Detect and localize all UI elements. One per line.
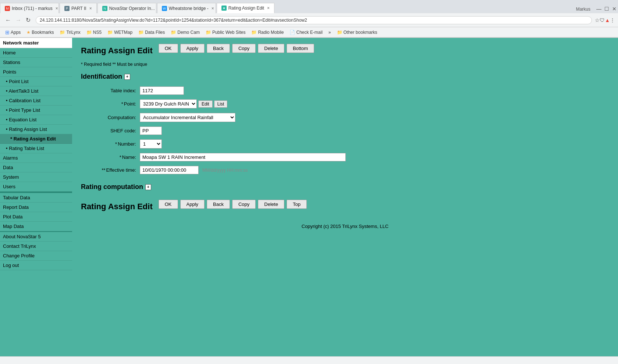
identification-expand-icon[interactable]: + bbox=[124, 74, 130, 80]
tab-gmail[interactable]: M Inbox (711) - markus × bbox=[0, 3, 59, 13]
sidebar-item-pointtypelist[interactable]: • Point Type List bbox=[0, 106, 72, 115]
maximize-btn[interactable]: ☐ bbox=[603, 4, 611, 13]
gmail-icon: M bbox=[5, 6, 10, 11]
shef-code-row: SHEF code: bbox=[81, 126, 609, 135]
effective-time-input[interactable] bbox=[140, 166, 199, 174]
sidebar-item-contact[interactable]: Contact TriLynx bbox=[0, 242, 72, 251]
bookmark-star-icon[interactable]: ☆ bbox=[595, 17, 600, 23]
top-ok-button[interactable]: OK bbox=[159, 44, 178, 53]
tab-partii[interactable]: P PART II × bbox=[60, 3, 97, 13]
point-list-button[interactable]: List bbox=[214, 100, 228, 108]
page-title: Rating Assign Edit bbox=[81, 46, 153, 56]
bm-apps[interactable]: ⊞ Apps bbox=[3, 29, 23, 36]
sidebar-item-about[interactable]: About NovaStar 5 bbox=[0, 232, 72, 242]
sidebar-item-calibrationlist[interactable]: • Calibration List bbox=[0, 96, 72, 106]
forward-nav-btn[interactable]: → bbox=[13, 16, 24, 24]
number-row: *Number: 1 bbox=[81, 139, 609, 149]
sidebar-item-tabulardata[interactable]: Tabular Data bbox=[0, 193, 72, 203]
rating-computation-section: Rating computation + bbox=[81, 183, 609, 191]
sidebar-item-data[interactable]: Data bbox=[0, 163, 72, 172]
sidebar-item-users[interactable]: Users bbox=[0, 182, 72, 192]
bottom-ok-button[interactable]: OK bbox=[159, 200, 178, 209]
sidebar-item-mapdata[interactable]: Map Data bbox=[0, 222, 72, 231]
sidebar-item-home[interactable]: Home bbox=[0, 48, 72, 58]
top-back-button[interactable]: Back bbox=[207, 44, 230, 53]
name-input[interactable] bbox=[140, 153, 346, 161]
otherbookmarks-folder-icon: 📁 bbox=[337, 30, 342, 35]
bm-radiomobile[interactable]: 📁 Radio Mobile bbox=[249, 29, 286, 36]
bottom-top-button[interactable]: Top bbox=[287, 200, 307, 209]
top-apply-button[interactable]: Apply bbox=[180, 44, 205, 53]
sidebar-item-logout[interactable]: Log out bbox=[0, 261, 72, 270]
sidebar-item-alarms[interactable]: Alarms bbox=[0, 153, 72, 163]
sidebar-item-system[interactable]: System bbox=[0, 172, 72, 182]
sidebar-item-points[interactable]: Points bbox=[0, 67, 72, 77]
bookmarks-star-icon: ★ bbox=[26, 30, 31, 35]
table-index-label: Table index: bbox=[81, 88, 140, 93]
tab-gmail-close[interactable]: × bbox=[56, 6, 58, 11]
shef-code-label: SHEF code: bbox=[81, 128, 140, 133]
bottom-back-button[interactable]: Back bbox=[207, 200, 230, 209]
bm-ns5[interactable]: 📁 NS5 bbox=[84, 29, 104, 36]
sidebar-item-changeprofile[interactable]: Change Profile bbox=[0, 251, 72, 261]
bm-bookmarks[interactable]: ★ Bookmarks bbox=[24, 29, 56, 36]
checkemail-icon: 📄 bbox=[290, 30, 295, 35]
top-bottom-button[interactable]: Bottom bbox=[287, 44, 314, 53]
tab-wheatstone[interactable]: W Wheatstone bridge - × bbox=[157, 3, 216, 13]
sidebar-item-alerttalk3list[interactable]: • AlertTalk3 List bbox=[0, 86, 72, 96]
sidebar-title: Network master bbox=[0, 38, 72, 48]
minimize-btn[interactable]: — bbox=[595, 4, 603, 13]
point-select[interactable]: 3239 Dry Gulch RAIN bbox=[140, 99, 197, 108]
bm-datafiles-label: Data Files bbox=[145, 30, 165, 35]
bottom-delete-button[interactable]: Delete bbox=[258, 200, 284, 209]
rating-computation-expand-icon[interactable]: + bbox=[145, 184, 151, 190]
sidebar-item-plotdata[interactable]: Plot Data bbox=[0, 212, 72, 222]
sidebar-item-pointlist[interactable]: • Point List bbox=[0, 77, 72, 86]
tab-ratingassign[interactable]: ★ Rating Assign Edit × bbox=[217, 3, 274, 13]
bm-otherbookmarks[interactable]: 📁 Other bookmarks bbox=[335, 29, 380, 36]
bottom-section: Rating Assign Edit OK Apply Back Copy De… bbox=[81, 200, 609, 235]
menu-icon[interactable]: ⋮ bbox=[610, 17, 615, 23]
bm-radiomobile-label: Radio Mobile bbox=[258, 30, 284, 35]
bm-wetmap[interactable]: 📁 WETMap bbox=[105, 29, 135, 36]
bottom-copy-button[interactable]: Copy bbox=[232, 200, 256, 209]
sidebar-item-ratingassignedit[interactable]: * Rating Assign Edit bbox=[0, 134, 72, 144]
sidebar-item-stations[interactable]: Stations bbox=[0, 58, 72, 67]
main-content: Rating Assign Edit OK Apply Back Copy De… bbox=[72, 38, 618, 356]
browser-chrome: M Inbox (711) - markus × P PART II × N N… bbox=[0, 0, 618, 38]
address-bar[interactable]: 24.120.144.111:8180/NovaStar5/ratingAssi… bbox=[36, 16, 592, 24]
sidebar-item-ratingassignlist[interactable]: • Rating Assign List bbox=[0, 125, 72, 134]
tab-wheatstone-close[interactable]: × bbox=[212, 6, 214, 11]
bm-more[interactable]: » bbox=[326, 29, 333, 36]
bookmarks-bar: ⊞ Apps ★ Bookmarks 📁 TriLynx 📁 NS5 📁 WET… bbox=[0, 27, 618, 38]
shield-icon: 🛡 bbox=[600, 17, 605, 23]
bottom-header: Rating Assign Edit OK Apply Back Copy De… bbox=[81, 200, 609, 215]
bm-wetmap-label: WETMap bbox=[114, 30, 132, 35]
effective-time-hint: MM/dd/yyyy HH:mm:ss bbox=[202, 168, 248, 173]
sidebar-item-equationlist[interactable]: • Equation List bbox=[0, 115, 72, 125]
top-copy-button[interactable]: Copy bbox=[232, 44, 256, 53]
sidebar-item-reportdata[interactable]: Report Data bbox=[0, 203, 72, 212]
tab-partii-close[interactable]: × bbox=[89, 6, 92, 11]
tab-ratingassign-close[interactable]: × bbox=[267, 6, 270, 11]
tab-novastar[interactable]: N NovaStar Operator In... × bbox=[97, 3, 156, 13]
shef-code-input[interactable] bbox=[140, 126, 162, 135]
back-nav-btn[interactable]: ← bbox=[3, 16, 13, 24]
point-edit-button[interactable]: Edit bbox=[198, 100, 213, 108]
apps-grid-icon: ⊞ bbox=[5, 29, 10, 35]
tab-wheatstone-label: Wheatstone bridge - bbox=[169, 6, 209, 11]
bottom-apply-button[interactable]: Apply bbox=[180, 200, 205, 209]
computation-select[interactable]: Accumulator Incremental Rainfall bbox=[140, 113, 235, 122]
bm-trilynx[interactable]: 📁 TriLynx bbox=[57, 29, 82, 36]
reload-btn[interactable]: ↻ bbox=[24, 16, 33, 24]
bm-democam[interactable]: 📁 Demo Cam bbox=[168, 29, 202, 36]
bm-publicweb[interactable]: 📁 Public Web Sites bbox=[203, 29, 248, 36]
sidebar-item-ratingtablelist[interactable]: • Rating Table List bbox=[0, 144, 72, 153]
table-index-input[interactable] bbox=[140, 86, 184, 95]
number-select[interactable]: 1 bbox=[140, 139, 162, 149]
bm-datafiles[interactable]: 📁 Data Files bbox=[136, 29, 167, 36]
top-delete-button[interactable]: Delete bbox=[258, 44, 284, 53]
close-btn[interactable]: ✕ bbox=[611, 4, 618, 13]
top-btn-bar: OK Apply Back Copy Delete Bottom bbox=[159, 44, 314, 53]
bm-checkemail[interactable]: 📄 Check E-mail bbox=[287, 29, 324, 36]
